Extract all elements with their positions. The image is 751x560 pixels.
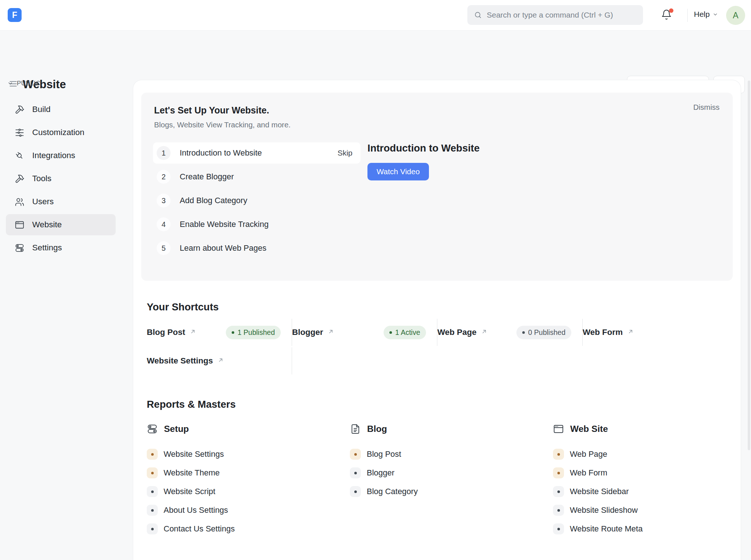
doc-chip [350, 449, 361, 460]
sidebar-item-label: Users [32, 197, 54, 206]
link-web-form[interactable]: Web Form [553, 466, 728, 480]
shortcut-web-form[interactable]: Web Form [583, 319, 728, 346]
column-label: Blog [367, 424, 387, 434]
link-website-theme[interactable]: Website Theme [147, 466, 350, 480]
scrollbar[interactable] [748, 81, 750, 450]
link-website-sidebar[interactable]: Website Sidebar [553, 484, 728, 499]
step-number: 5 [157, 241, 171, 255]
reports-grid: Setup Website Settings Website Theme Web… [147, 423, 728, 540]
shortcut-blogger[interactable]: Blogger 1 Active [292, 319, 437, 346]
page-header: Website Create Workspace Edit [0, 31, 751, 80]
link-label: Website Sidebar [570, 487, 629, 496]
search-icon [474, 11, 482, 19]
sidebar-item-customization[interactable]: Customization [6, 122, 116, 143]
sidebar-item-label: Integrations [32, 151, 75, 160]
browser-icon [15, 220, 25, 230]
search-placeholder: Search or type a command (Ctrl + G) [487, 11, 613, 19]
avatar[interactable]: A [726, 6, 745, 25]
sidebar-section-public[interactable]: PUBLIC [0, 80, 126, 87]
shortcut-label: Website Settings [147, 356, 213, 366]
hammer-icon [15, 105, 25, 115]
link-label: Website Settings [164, 449, 224, 459]
link-label: Contact Us Settings [164, 524, 235, 534]
sidebar-item-build[interactable]: Build [6, 99, 116, 120]
help-menu[interactable]: Help [694, 10, 718, 19]
link-website-settings[interactable]: Website Settings [147, 447, 350, 462]
column-header: Blog [350, 423, 553, 434]
users-icon [15, 197, 25, 207]
step-enable-website-tracking[interactable]: 4 Enable Website Tracking [153, 214, 360, 235]
reports-masters-title: Reports & Masters [147, 399, 236, 410]
step-label: Create Blogger [180, 172, 234, 182]
step-introduction-to-website[interactable]: 1 Introduction to Website Skip [153, 142, 360, 164]
badge-label: 0 Published [528, 328, 565, 337]
hammer-icon [15, 174, 25, 184]
column-header: Web Site [553, 423, 728, 434]
doc-chip [147, 467, 158, 478]
link-contact-us-settings[interactable]: Contact Us Settings [147, 522, 350, 536]
shortcut-label: Blog Post [147, 328, 185, 337]
shortcuts-grid: Blog Post 1 Published Blogger 1 Active W… [147, 319, 728, 374]
watch-video-button[interactable]: Watch Video [367, 163, 429, 180]
sidebar-item-label: Settings [32, 243, 62, 253]
doc-chip [350, 486, 361, 497]
search-input[interactable]: Search or type a command (Ctrl + G) [467, 5, 643, 25]
status-badge: 0 Published [516, 326, 571, 339]
column-label: Web Site [570, 424, 608, 434]
status-dot [232, 331, 234, 334]
sidebar-item-integrations[interactable]: Integrations [6, 145, 116, 166]
link-website-slideshow[interactable]: Website Slideshow [553, 503, 728, 518]
link-label: Website Route Meta [570, 524, 643, 534]
link-label: Web Page [570, 449, 607, 459]
step-learn-about-web-pages[interactable]: 5 Learn about Web Pages [153, 238, 360, 259]
chevron-down-icon [713, 12, 718, 17]
app-logo-icon[interactable]: F [8, 8, 22, 22]
step-create-blogger[interactable]: 2 Create Blogger [153, 166, 360, 187]
doc-chip [553, 505, 564, 516]
column-setup: Setup Website Settings Website Theme Web… [147, 423, 350, 540]
link-label: Blogger [367, 468, 395, 478]
step-add-blog-category[interactable]: 3 Add Blog Category [153, 190, 360, 211]
arrow-up-right-icon [190, 328, 196, 335]
sidebar-item-settings[interactable]: Settings [6, 237, 116, 258]
step-label: Add Blog Category [180, 196, 247, 205]
onboarding-subtitle: Blogs, Website View Tracking, and more. [154, 120, 291, 129]
step-label: Introduction to Website [180, 148, 262, 158]
skip-button[interactable]: Skip [337, 149, 352, 157]
step-number: 1 [157, 146, 171, 160]
step-number: 2 [157, 170, 171, 184]
link-label: Website Slideshow [570, 505, 638, 515]
document-icon [350, 423, 361, 434]
plug-icon [15, 151, 25, 161]
sidebar-item-users[interactable]: Users [6, 191, 116, 212]
shortcut-web-page[interactable]: Web Page 0 Published [437, 319, 583, 346]
column-web-site: Web Site Web Page Web Form Website Sideb… [553, 423, 728, 540]
link-label: Web Form [570, 468, 607, 478]
workspace-content: Let's Set Up Your Website. Blogs, Websit… [133, 80, 741, 560]
onboarding-card: Let's Set Up Your Website. Blogs, Websit… [141, 93, 733, 281]
arrow-up-right-icon [481, 328, 487, 335]
shortcut-blog-post[interactable]: Blog Post 1 Published [147, 319, 292, 346]
dismiss-button[interactable]: Dismiss [693, 103, 720, 112]
doc-chip [147, 486, 158, 497]
chevron-down-icon [7, 81, 13, 86]
shortcut-label: Web Form [583, 328, 623, 337]
status-badge: 1 Active [384, 326, 426, 339]
onboarding-steps: 1 Introduction to Website Skip 2 Create … [153, 142, 360, 261]
sidebar-item-label: Website [32, 220, 62, 229]
link-blog-post[interactable]: Blog Post [350, 447, 553, 462]
link-web-page[interactable]: Web Page [553, 447, 728, 462]
sidebar-item-label: Customization [32, 128, 85, 137]
link-website-route-meta[interactable]: Website Route Meta [553, 522, 728, 536]
link-blogger[interactable]: Blogger [350, 466, 553, 480]
link-website-script[interactable]: Website Script [147, 484, 350, 499]
onboarding-detail-title: Introduction to Website [367, 142, 480, 154]
status-badge: 1 Published [226, 326, 281, 339]
sidebar-item-tools[interactable]: Tools [6, 168, 116, 189]
link-about-us-settings[interactable]: About Us Settings [147, 503, 350, 518]
notifications-button[interactable] [661, 9, 674, 22]
link-label: Blog Category [367, 487, 418, 496]
shortcut-website-settings[interactable]: Website Settings [147, 347, 292, 374]
sidebar-item-website[interactable]: Website [6, 214, 116, 235]
link-blog-category[interactable]: Blog Category [350, 484, 553, 499]
